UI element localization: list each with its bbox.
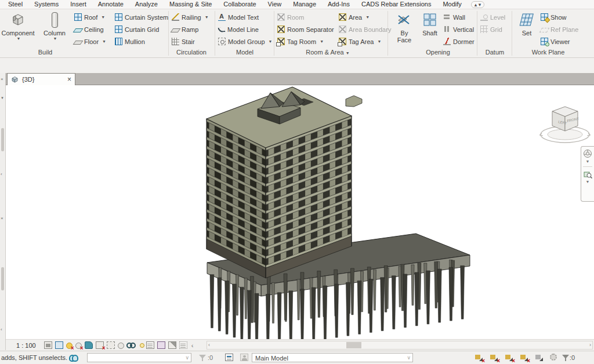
- model-text-button[interactable]: Model Text: [218, 11, 273, 23]
- set-work-plane-button[interactable]: Set: [515, 11, 538, 47]
- filter-icon[interactable]: [562, 354, 570, 361]
- column-button[interactable]: Column ▼: [41, 11, 68, 47]
- view-tab-3d[interactable]: {3D} ×: [7, 73, 75, 85]
- panel-close-icon[interactable]: ×: [1, 77, 3, 82]
- design-option-dropdown[interactable]: Main Model ∨: [252, 353, 413, 362]
- grid-label: Grid: [490, 26, 502, 33]
- ramp-button[interactable]: Ramp: [172, 23, 213, 35]
- ribbon-tab-massing-site[interactable]: Massing & Site: [164, 0, 218, 9]
- scroll-right-icon[interactable]: ›: [589, 342, 591, 348]
- displacement-sets-icon[interactable]: [168, 341, 176, 349]
- component-button[interactable]: Component ▼: [0, 11, 36, 47]
- viewcube[interactable]: LEFT FRONT: [538, 102, 592, 148]
- worksharing-display-icon[interactable]: [225, 354, 233, 361]
- scale-control[interactable]: 1 : 100: [16, 342, 36, 349]
- close-view-icon[interactable]: ×: [67, 76, 71, 83]
- shaft-button[interactable]: Shaft: [419, 11, 441, 47]
- vertical-opening-button[interactable]: Vertical: [443, 23, 476, 35]
- zoom-icon[interactable]: [584, 170, 592, 179]
- drag-elements-on-selection-icon[interactable]: [535, 354, 543, 361]
- zoom-dropdown-caret[interactable]: ▼: [586, 180, 590, 184]
- ribbon-tab-systems[interactable]: Systems: [28, 0, 64, 9]
- curtain-system-button[interactable]: Curtain System: [115, 11, 167, 23]
- ribbon-tab-annotate[interactable]: Annotate: [92, 0, 129, 9]
- ceiling-button[interactable]: Ceiling: [74, 23, 113, 35]
- show-work-plane-button[interactable]: Show: [541, 11, 586, 23]
- ribbon-tab-steel[interactable]: Steel: [2, 0, 28, 9]
- design-options-icon[interactable]: [240, 354, 248, 361]
- horizontal-scroll-thumb[interactable]: [346, 342, 361, 348]
- scroll-left-icon[interactable]: ‹: [208, 342, 210, 348]
- ribbon-tab-modify[interactable]: Modify: [437, 0, 467, 9]
- sun-path-icon[interactable]: [66, 343, 73, 349]
- room-area-panel-label[interactable]: Room & Area ▼: [290, 49, 365, 57]
- ribbon-tab-cads-rebar[interactable]: CADS Rebar Extensions: [356, 0, 437, 9]
- ribbon-tab-manage[interactable]: Manage: [287, 0, 322, 9]
- ribbon-tab-collaborate[interactable]: Collaborate: [218, 0, 262, 9]
- tag-area-button[interactable]: Tag Area▼: [339, 35, 387, 48]
- mullion-button[interactable]: Mullion: [115, 35, 167, 48]
- visual-style-icon[interactable]: [55, 341, 63, 349]
- select-elements-by-face-icon[interactable]: [520, 354, 528, 361]
- reveal-constraints-icon[interactable]: [179, 341, 187, 349]
- scroll-down-icon[interactable]: ‹: [1, 327, 2, 332]
- drawing-area[interactable]: [6, 85, 594, 350]
- panel-caret-icon[interactable]: ▼: [1, 96, 4, 100]
- railing-button[interactable]: Railing▼: [172, 11, 213, 23]
- crop-region-icon[interactable]: [107, 341, 115, 349]
- ribbon-tab-analyze[interactable]: Analyze: [129, 0, 164, 9]
- model-line-button[interactable]: Model Line: [218, 23, 273, 35]
- opening-by-face-button[interactable]: By Face: [392, 11, 416, 47]
- analytical-model-icon[interactable]: [157, 341, 165, 349]
- rendering-dialog-icon[interactable]: [85, 341, 93, 349]
- editing-requests-count: :0: [208, 354, 213, 361]
- room-separator-button[interactable]: Room Separator: [277, 23, 336, 35]
- select-pinned-elements-icon[interactable]: [505, 354, 513, 361]
- curtain-grid-button[interactable]: Curtain Grid: [115, 23, 167, 35]
- vcb-collapse-icon[interactable]: ‹: [191, 342, 194, 349]
- opening-panel-label[interactable]: Opening: [412, 49, 464, 57]
- scroll-up-icon[interactable]: ‹: [1, 172, 2, 177]
- work-plane-panel-label[interactable]: Work Plane: [516, 49, 580, 57]
- floor-button[interactable]: Floor▼: [74, 35, 113, 48]
- stair-button[interactable]: Stair: [172, 35, 213, 48]
- level-label: Level: [490, 14, 505, 21]
- datum-panel-label[interactable]: Datum: [475, 49, 515, 57]
- select-underlay-elements-icon[interactable]: [490, 354, 498, 361]
- detail-level-icon[interactable]: [44, 341, 52, 349]
- ribbon-tab-insert[interactable]: Insert: [64, 0, 92, 9]
- tag-room-icon: [277, 38, 285, 45]
- wall-opening-button[interactable]: Wall: [443, 11, 476, 23]
- workset-dropdown[interactable]: ∨: [87, 353, 191, 362]
- steering-wheel-icon[interactable]: [583, 149, 592, 158]
- temporary-view-properties-icon[interactable]: [146, 341, 154, 349]
- model-group-button[interactable]: Model Group▼: [218, 35, 273, 48]
- settings-gear-icon[interactable]: [550, 354, 557, 361]
- crop-view-icon[interactable]: [96, 341, 104, 349]
- horizontal-scrollbar[interactable]: ‹ ›: [207, 341, 593, 350]
- temporary-hide-isolate-icon[interactable]: [127, 341, 135, 349]
- model-panel-label[interactable]: Model: [222, 49, 268, 57]
- roof-button[interactable]: Roof▼: [74, 11, 113, 23]
- dormer-button[interactable]: Dormer: [443, 35, 476, 48]
- ribbon-state-toggle[interactable]: ▴ ▾: [471, 1, 485, 8]
- select-links-icon[interactable]: [475, 354, 483, 361]
- collapsed-panel-strip[interactable]: × ▼ ‹ × ‹: [0, 73, 6, 350]
- ribbon-tab-addins[interactable]: Add-Ins: [322, 0, 356, 9]
- scroll-thumb[interactable]: [1, 128, 4, 151]
- circulation-panel-label[interactable]: Circulation: [169, 49, 213, 57]
- scroll-thumb[interactable]: [1, 267, 4, 290]
- editing-requests-icon[interactable]: [198, 354, 207, 361]
- viewer-button[interactable]: Viewer: [541, 35, 586, 48]
- ribbon-tab-view[interactable]: View: [262, 0, 288, 9]
- binoculars-icon[interactable]: [70, 354, 78, 361]
- reveal-hidden-elements-icon[interactable]: [140, 343, 144, 348]
- area-button[interactable]: Area▼: [339, 11, 387, 23]
- panel-close-icon[interactable]: ×: [1, 216, 3, 221]
- column-icon: [46, 11, 63, 28]
- shadows-icon[interactable]: [75, 343, 82, 349]
- lock-3d-view-icon[interactable]: [118, 343, 124, 349]
- build-panel-label[interactable]: Build: [23, 49, 67, 57]
- wheel-dropdown-caret[interactable]: ▼: [586, 159, 590, 163]
- tag-room-button[interactable]: Tag Room▼: [277, 35, 336, 48]
